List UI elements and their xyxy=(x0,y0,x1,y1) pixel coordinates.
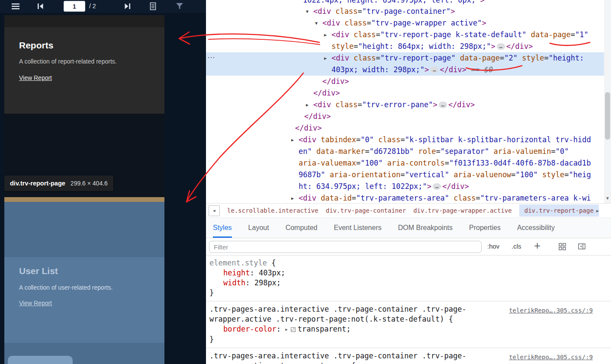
tab-dom-breakpoints[interactable]: DOM Breakpoints xyxy=(398,218,453,238)
report-page-1-header xyxy=(4,15,164,27)
code-token: </div> xyxy=(295,124,322,132)
tab-computed[interactable]: Computed xyxy=(286,218,318,238)
element-node-line[interactable]: ▶<div class="trv-error-pane">…</div> xyxy=(206,99,604,111)
scroll-down-icon[interactable]: ▼ xyxy=(604,194,611,202)
add-rule-button[interactable]: + xyxy=(534,239,540,252)
expand-arrow-down-icon[interactable]: ▼ xyxy=(315,17,322,29)
toggle-sidebar-button[interactable] xyxy=(578,243,586,252)
code-token: <div xyxy=(331,54,349,62)
code-token: aria-valuenow xyxy=(453,170,511,179)
code-token: "trv-page-wrapper active" xyxy=(371,19,482,27)
css-declaration[interactable]: height: 403px; xyxy=(206,268,611,278)
element-node-line[interactable]: </div> xyxy=(206,87,604,99)
tree-scrollbar[interactable]: ▼ xyxy=(604,0,611,203)
expand-arrow-right-icon[interactable]: ▶ xyxy=(306,99,313,111)
breadcrumb-item[interactable]: div.trv-page-wrapper.active xyxy=(413,204,512,217)
code-token: "d67281bb" xyxy=(370,147,414,156)
menu-button[interactable] xyxy=(12,3,20,11)
scrollbar-thumb[interactable] xyxy=(605,92,610,140)
element-node-line[interactable]: ▶<div data-id="trv-parameters-area" clas… xyxy=(206,192,604,203)
tab-accessibility[interactable]: Accessibility xyxy=(517,218,555,238)
breadcrumb-item[interactable]: div.trv-report-page xyxy=(519,204,599,217)
code-token xyxy=(316,194,321,202)
tab-event-listeners[interactable]: Event Listeners xyxy=(334,218,381,238)
filter-input[interactable] xyxy=(209,241,482,253)
devtools-tabs: StylesLayoutComputedEvent ListenersDOM B… xyxy=(206,217,611,238)
element-node-line[interactable]: ▶<div tabindex="0" class="k-splitbar k-s… xyxy=(206,134,604,146)
css-declaration[interactable]: width: 298px; xyxy=(206,278,611,288)
expand-arrow-right-icon[interactable]: ▶ xyxy=(291,134,299,146)
css-declaration[interactable]: border-color: ▶transparent; xyxy=(206,324,611,335)
rule-selector[interactable]: .trv-pages-area.interactive .trv-page-co… xyxy=(206,304,611,314)
element-node-line[interactable]: aria-valuemax="100" aria-controls="f013f… xyxy=(206,157,604,169)
report-page-2: User List A collection of user-related r… xyxy=(4,202,164,364)
expand-arrow-down-icon[interactable]: ▼ xyxy=(306,6,313,17)
element-node-line[interactable]: </div> xyxy=(206,111,604,122)
selected-node-menu-icon[interactable]: ⋯ xyxy=(207,53,215,62)
breadcrumb-back-button[interactable]: ◀ xyxy=(209,205,220,216)
grid-icon xyxy=(559,243,566,250)
tooltip-dimensions: 299.6 × 404.6 xyxy=(71,180,108,187)
expand-shorthand-icon[interactable]: ▶ xyxy=(285,327,287,332)
element-node-line[interactable]: style="height: 864px; width: 298px;">…</… xyxy=(206,41,604,52)
page-title: Reports xyxy=(19,40,156,51)
tab-styles[interactable]: Styles xyxy=(213,218,232,238)
code-token: </div> xyxy=(442,182,469,191)
element-node-line[interactable]: 9687b" aria-orientation="vertical" aria-… xyxy=(206,169,604,181)
breadcrumb-forward-icon[interactable]: ▶ xyxy=(596,208,599,213)
breadcrumb-item[interactable]: le.scrollable.interactive xyxy=(227,204,318,217)
code-token: = xyxy=(365,147,370,156)
color-swatch[interactable] xyxy=(291,327,296,332)
element-node-line[interactable]: en" data-marker="d67281bb" role="separat… xyxy=(206,146,604,157)
expand-arrow-right-icon[interactable]: ▶ xyxy=(324,52,331,64)
rule-selector[interactable]: .trv-pages-area.interactive .trv-page-co… xyxy=(206,351,611,361)
code-token: = xyxy=(544,54,548,62)
page2-bottom-button[interactable] xyxy=(8,356,73,364)
element-node-line[interactable]: ▶<div class="trv-report-page" data-page=… xyxy=(206,52,604,64)
code-token: = xyxy=(500,54,504,62)
collapsed-content-ellipsis[interactable]: … xyxy=(433,183,441,190)
element-node-line[interactable]: ▼<div class="trv-page-wrapper active"> xyxy=(206,17,604,29)
first-page-button[interactable] xyxy=(37,3,44,11)
expand-arrow-right-icon[interactable]: ▶ xyxy=(324,29,331,41)
rule-selector[interactable]: element.style { xyxy=(206,258,611,268)
page-title: User List xyxy=(19,266,156,276)
element-node-line[interactable]: 1022.4px; height: 634.975px; left: 0px;"… xyxy=(206,0,604,6)
reports-card: Reports A collection of report-related r… xyxy=(4,27,164,114)
grid-editor-button[interactable] xyxy=(559,243,566,252)
tab-layout[interactable]: Layout xyxy=(248,218,269,238)
view-report-link[interactable]: View Report xyxy=(19,74,52,81)
code-token: = xyxy=(400,170,405,179)
rule-selector[interactable]: wrapper.active .trv-report-page { xyxy=(206,361,611,364)
sidebar-toggle-icon xyxy=(578,243,586,250)
breadcrumb-item[interactable]: div.trv-page-container xyxy=(326,204,406,217)
code-token xyxy=(349,54,354,62)
code-token: "trv-parameters-area" xyxy=(356,194,449,202)
code-token: <div xyxy=(322,19,340,27)
collapsed-content-ellipsis[interactable]: … xyxy=(497,43,505,50)
toggle-element-states-button[interactable]: :hov xyxy=(487,243,499,250)
element-node-line[interactable]: ▼<div class="trv-page-container"> xyxy=(206,6,604,17)
collapsed-content-ellipsis[interactable]: … xyxy=(430,67,438,73)
document-map-button[interactable] xyxy=(150,2,157,13)
code-token: class xyxy=(335,100,357,109)
code-token: "vertical" xyxy=(405,170,449,179)
element-node-line[interactable]: 403px; width: 298px;">…</div> == $0 xyxy=(206,64,604,76)
parameters-filter-button[interactable] xyxy=(176,3,183,12)
view-report-link[interactable]: View Report xyxy=(19,300,52,307)
element-node-line[interactable]: ▶<div class="trv-report-page k-state-def… xyxy=(206,29,604,41)
element-node-line[interactable]: </div> xyxy=(206,76,604,87)
collapsed-content-ellipsis[interactable]: … xyxy=(439,102,447,108)
rule-selector[interactable]: wrapper.active .trv-report-page:not(.k-s… xyxy=(206,314,611,324)
expand-arrow-right-icon[interactable]: ▶ xyxy=(291,192,299,203)
element-node-line[interactable]: ht: 634.975px; left: 1022px;">…</div> xyxy=(206,181,604,192)
tab-properties[interactable]: Properties xyxy=(469,218,501,238)
style-rule: .trv-pages-area.interactive .trv-page-co… xyxy=(206,351,611,364)
page-number-input[interactable]: 1 xyxy=(64,1,85,12)
element-node-line[interactable]: </div> xyxy=(206,122,604,134)
last-page-button[interactable] xyxy=(124,3,131,11)
code-token: = xyxy=(356,159,360,167)
code-token xyxy=(518,54,522,62)
code-token: </div> xyxy=(304,112,331,121)
toggle-classes-button[interactable]: .cls xyxy=(511,243,521,250)
